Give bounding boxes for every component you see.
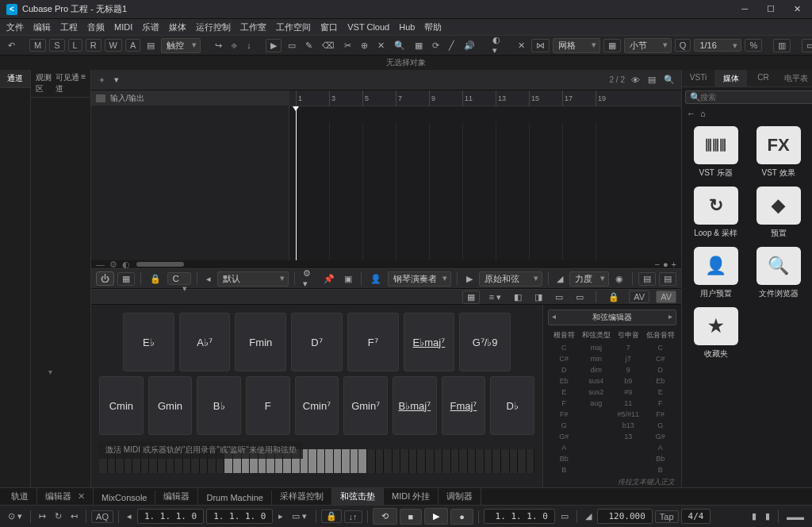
right-tab-CR[interactable]: CR [747, 70, 779, 87]
line-tool[interactable]: ╱ [446, 39, 458, 52]
chord-cell[interactable]: maj [580, 342, 613, 353]
menu-MIDI[interactable]: MIDI [114, 22, 132, 32]
undo-history-icon[interactable]: ↶ [5, 39, 18, 52]
snap-icon[interactable]: ✕ [515, 39, 528, 52]
quantize-button[interactable]: Q [675, 39, 691, 52]
tab-drum-machine[interactable]: Drum Machine [198, 490, 272, 505]
menu-帮助[interactable]: 帮助 [424, 21, 442, 33]
h-scrollbar[interactable]: — ⚙ ◐ −●+ [91, 260, 681, 268]
locator-range-icon[interactable]: ▭ ▾ [289, 510, 310, 523]
add-track-icon[interactable]: ＋ [96, 72, 108, 87]
chord-cell[interactable]: #9 [612, 387, 645, 398]
mute-button[interactable]: M [29, 39, 46, 52]
right-tab-VSTi[interactable]: VSTi [682, 70, 714, 87]
mode-prev-icon[interactable]: ▶ [463, 272, 476, 286]
tab-visibility[interactable]: 可见通道 [56, 72, 82, 94]
chord-pad[interactable]: Gmin⁷ [343, 376, 388, 435]
constrain-icon[interactable]: ⊙ ▾ [5, 510, 25, 523]
menu-工作空间[interactable]: 工作空间 [276, 21, 311, 33]
chord-cell[interactable]: 7 [612, 342, 645, 353]
chord-cell[interactable]: C [645, 342, 677, 353]
selection-tool[interactable]: ▶ [266, 39, 282, 52]
menu-文件[interactable]: 文件 [6, 21, 24, 33]
panel-a-icon[interactable]: ▤ [638, 272, 656, 286]
mute-tool[interactable]: ✕ [374, 39, 388, 52]
menu-乐谱[interactable]: 乐谱 [142, 21, 159, 33]
snap-type-select[interactable]: 网格 [553, 38, 600, 53]
read-button[interactable]: R [86, 39, 102, 52]
tab-sampler[interactable]: 采样器控制 [272, 488, 332, 505]
quantize-select[interactable]: 1/16 [694, 39, 741, 52]
grid-type-select[interactable]: 小节 [624, 38, 672, 53]
chord-cell[interactable]: F [548, 398, 580, 409]
chord-pad[interactable]: Gmin [148, 376, 193, 435]
filter-c-icon[interactable]: ▭ [552, 290, 566, 304]
list-icon[interactable]: ▤ [646, 73, 657, 87]
chord-cell[interactable]: Eb [548, 375, 580, 387]
glue-tool[interactable]: ⊕ [358, 39, 371, 52]
key-select[interactable]: C [167, 272, 191, 285]
chord-cell[interactable]: A [645, 442, 677, 453]
chord-cell[interactable]: E [548, 387, 580, 398]
gear-icon[interactable]: ⚙ ▾ [300, 267, 317, 290]
chord-cell[interactable]: F# [645, 409, 677, 420]
velocity-icon[interactable]: ◢ [553, 272, 566, 286]
chord-cell[interactable]: G [645, 420, 677, 431]
time-sig-field[interactable]: 4/4 [681, 509, 711, 524]
touch-select[interactable]: 触控 [161, 38, 201, 53]
media-item-preset[interactable]: ◆预置 [751, 187, 806, 239]
chord-cell[interactable]: G# [548, 431, 580, 442]
left-locator[interactable]: 1. 1. 1. 0 [137, 509, 204, 524]
chord-pad[interactable]: F [246, 376, 290, 435]
color-tool[interactable]: ◐ ▾ [489, 33, 504, 57]
chord-cell[interactable]: Eb [645, 375, 677, 387]
maximize-button[interactable]: ☐ [762, 2, 779, 16]
close-button[interactable]: ✕ [789, 2, 806, 16]
chord-cell[interactable]: F [645, 398, 677, 409]
chord-cell[interactable]: Bb [645, 453, 677, 464]
grid-type-icon[interactable]: ▦ [603, 39, 621, 52]
lock-icon[interactable]: 🔒 [147, 272, 164, 286]
chord-cell[interactable]: 11 [612, 398, 645, 409]
view-list-icon[interactable]: ≡ ▾ [486, 290, 504, 304]
play-button[interactable]: ▶ [424, 508, 448, 525]
menu-工程[interactable]: 工程 [60, 21, 78, 33]
menu-Hub[interactable]: Hub [399, 22, 415, 32]
tab-editor-2[interactable]: 编辑器 [155, 488, 198, 505]
chord-pad[interactable]: Cmin⁷ [295, 376, 339, 435]
media-item-inst[interactable]: ⦀⦀⦀VST 乐器 [688, 126, 743, 179]
stop-button[interactable]: ■ [400, 509, 423, 525]
tab-chord-pads[interactable]: 和弦击垫 [332, 488, 384, 505]
minimize-button[interactable]: ─ [737, 2, 753, 16]
filter-d-icon[interactable]: ▭ [573, 290, 587, 304]
chord-pad[interactable]: A♭⁷ [179, 313, 231, 371]
chord-cell[interactable]: min [580, 353, 613, 364]
right-tab-电平表[interactable]: 电平表 [779, 70, 812, 87]
zoom-tool[interactable]: 🔍 [391, 39, 408, 52]
panel-b-icon[interactable]: ▤ [659, 272, 676, 286]
chord-pad[interactable]: Fmin [235, 313, 286, 371]
menu-工作室[interactable]: 工作室 [240, 21, 266, 33]
chord-cell[interactable]: b13 [612, 420, 645, 431]
velocity-select[interactable]: 力度 [569, 271, 609, 287]
player-icon[interactable]: 👤 [367, 272, 385, 286]
tab-menu-icon[interactable]: ≡ [81, 72, 86, 94]
erase-tool[interactable]: ⌫ [319, 39, 338, 52]
primary-time[interactable]: 1. 1. 1. 0 [484, 509, 555, 524]
track-options-icon[interactable]: ▾ [113, 73, 121, 87]
menu-媒体[interactable]: 媒体 [169, 21, 186, 33]
chord-cell[interactable]: C# [548, 353, 580, 364]
chord-pad[interactable]: F⁷ [347, 313, 399, 371]
marker-icon[interactable]: ↓ [243, 39, 255, 52]
solo-button[interactable]: S [49, 39, 64, 52]
draw-tool[interactable]: ✎ [302, 39, 316, 52]
tab-tracks[interactable]: 轨道 [3, 488, 37, 505]
chord-cell[interactable]: 13 [612, 431, 645, 442]
chord-cell[interactable]: D [645, 364, 677, 375]
chord-cell[interactable]: D [548, 364, 580, 375]
tempo-field[interactable]: 120.000 [597, 509, 653, 524]
range-tool[interactable]: ▭ [285, 39, 299, 52]
chord-pad[interactable]: G⁷/♭9 [459, 313, 511, 371]
chord-cell[interactable]: b9 [612, 375, 645, 387]
aq-button[interactable]: AQ [91, 510, 113, 523]
